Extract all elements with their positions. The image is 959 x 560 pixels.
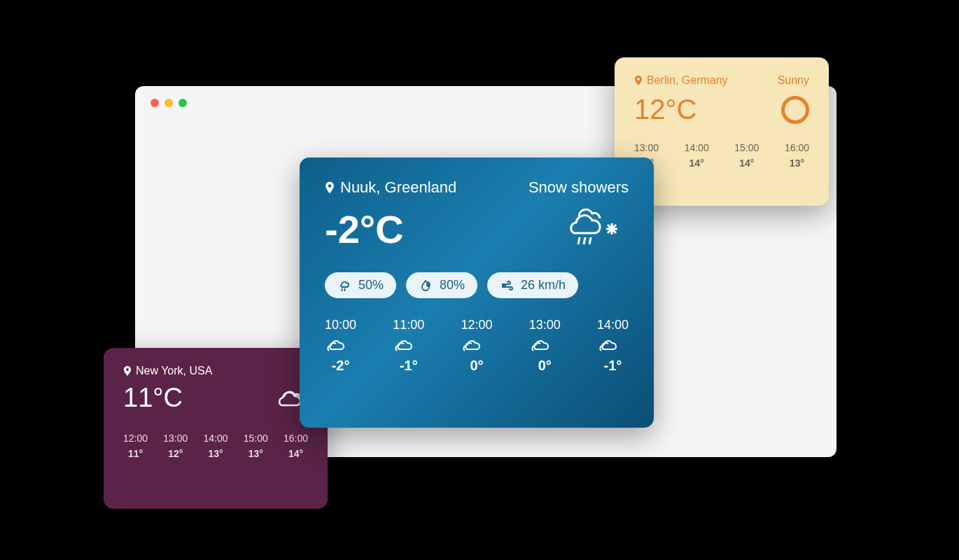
forecast-hour: 15:0014° <box>734 142 759 169</box>
svg-line-0 <box>578 237 580 244</box>
forecast-hour: 13:00 0° <box>529 318 561 374</box>
svg-line-1 <box>584 237 585 244</box>
location-text: Berlin, Germany <box>647 74 728 87</box>
forecast-hour: 16:0014° <box>284 433 308 459</box>
hourly-forecast: 10:00 -2° 11:00 -1° 12:00 0° 13:00 0° 14… <box>325 318 629 374</box>
location-pin-icon <box>123 366 132 376</box>
precip-value: 50% <box>358 278 384 293</box>
cloud-icon <box>325 337 350 355</box>
humidity-pill: 80% <box>406 272 477 298</box>
stats-row: 50% 80% 26 km/h <box>325 272 629 298</box>
rain-icon <box>337 279 351 293</box>
window-minimize-button[interactable] <box>164 99 173 107</box>
forecast-hour: 11:00 -1° <box>393 318 424 374</box>
forecast-hour: 14:0013° <box>203 433 227 459</box>
sun-icon <box>781 96 809 124</box>
hourly-forecast: 12:0011° 13:0012° 14:0013° 15:0013° 16:0… <box>123 433 308 459</box>
hourly-forecast: 13:0013° 14:0014° 15:0014° 16:0013° <box>634 142 809 169</box>
cloud-icon <box>393 337 418 355</box>
weather-card-newyork[interactable]: New York, USA C 11°C 12:0011° 13:0012° 1… <box>104 348 328 509</box>
current-temp: 11°C <box>123 383 183 413</box>
location-pin-icon <box>325 181 335 194</box>
cloud-icon <box>597 337 622 355</box>
forecast-hour: 13:0012° <box>163 433 188 459</box>
forecast-hour: 12:0011° <box>123 433 148 459</box>
cloud-icon <box>461 337 486 355</box>
weather-card-nuuk[interactable]: Nuuk, Greenland Snow showers -2°C 50% 80… <box>300 158 654 428</box>
location-text: Nuuk, Greenland <box>340 178 456 197</box>
forecast-hour: 10:00 -2° <box>325 318 356 374</box>
condition-text: Snow showers <box>528 178 629 197</box>
forecast-hour: 15:0013° <box>244 433 268 459</box>
precip-pill: 50% <box>325 272 396 298</box>
wind-value: 26 km/h <box>521 278 566 293</box>
current-temp: 12°C <box>634 94 696 125</box>
svg-line-8 <box>344 288 345 291</box>
location-row: Nuuk, Greenland <box>325 178 456 197</box>
window-close-button[interactable] <box>150 99 159 107</box>
wind-pill: 26 km/h <box>487 272 578 298</box>
forecast-hour: 14:00 -1° <box>597 318 629 374</box>
cloud-icon <box>529 337 554 355</box>
svg-line-2 <box>589 237 591 244</box>
location-text: New York, USA <box>136 365 212 377</box>
wind-icon <box>500 279 514 293</box>
location-row: Berlin, Germany <box>634 74 728 87</box>
window-maximize-button[interactable] <box>178 99 187 107</box>
snow-showers-icon <box>561 204 629 254</box>
window-controls <box>150 99 187 107</box>
humidity-icon <box>419 279 433 293</box>
forecast-hour: 12:00 0° <box>461 318 492 374</box>
current-temp: -2°C <box>325 206 404 252</box>
location-row: New York, USA <box>123 365 212 377</box>
condition-text: Sunny <box>778 74 809 87</box>
humidity-value: 80% <box>440 278 465 293</box>
location-pin-icon <box>634 76 643 85</box>
forecast-hour: 16:0013° <box>785 142 809 169</box>
forecast-hour: 14:0014° <box>685 142 709 169</box>
svg-line-7 <box>342 288 342 291</box>
